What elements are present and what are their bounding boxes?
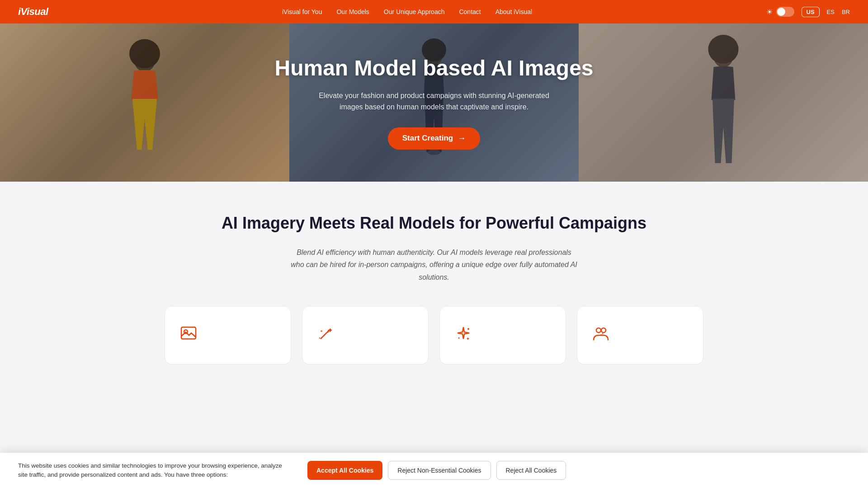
ai-section: AI Imagery Meets Real Models for Powerfu… <box>0 182 868 387</box>
svg-point-12 <box>596 328 601 333</box>
nav-item-contact[interactable]: Contact <box>459 8 481 15</box>
sun-icon: ☀ <box>766 8 773 16</box>
ai-section-title: AI Imagery Meets Real Models for Powerfu… <box>54 213 814 233</box>
lang-es-button[interactable]: ES <box>827 9 835 15</box>
feature-card-3 <box>577 306 703 365</box>
cookie-message: This website uses cookies and similar te… <box>18 461 289 480</box>
people-group-icon <box>590 323 612 344</box>
nav-item-about[interactable]: About iVisual <box>495 8 532 15</box>
theme-toggle[interactable]: ☀ <box>766 7 794 17</box>
feature-card-0 <box>165 306 291 365</box>
toggle-knob <box>777 8 785 16</box>
cookie-banner: This website uses cookies and similar te… <box>0 453 868 488</box>
hero-subtitle: Elevate your fashion and product campaig… <box>307 90 561 113</box>
theme-switch[interactable] <box>776 7 794 17</box>
svg-point-10 <box>467 328 469 330</box>
reject-all-cookies-button[interactable]: Reject All Cookies <box>496 461 566 480</box>
start-creating-button[interactable]: Start Creating → <box>388 127 480 150</box>
cookie-buttons: Accept All Cookies Reject Non-Essential … <box>307 461 566 480</box>
feature-card-2 <box>439 306 566 365</box>
hero-section: Human Model based AI Images Elevate your… <box>0 23 868 182</box>
reject-non-essential-button[interactable]: Reject Non-Essential Cookies <box>388 461 491 480</box>
lang-us-button[interactable]: US <box>802 7 820 17</box>
image-icon <box>178 323 199 344</box>
cta-arrow-icon: → <box>458 134 466 143</box>
nav-item-ivisual-for-you[interactable]: iVisual for You <box>282 8 322 15</box>
logo[interactable]: iVisual <box>18 6 48 18</box>
accept-all-cookies-button[interactable]: Accept All Cookies <box>307 461 382 480</box>
feature-cards-grid <box>54 306 814 365</box>
hero-overlay: Human Model based AI Images Elevate your… <box>0 23 868 182</box>
cta-label: Start Creating <box>402 134 453 143</box>
magic-wand-icon <box>315 323 337 344</box>
nav-item-unique-approach[interactable]: Our Unique Approach <box>384 8 445 15</box>
svg-point-11 <box>458 337 460 338</box>
nav-right: ☀ US ES BR <box>766 7 850 17</box>
feature-card-1 <box>302 306 429 365</box>
ai-section-description: Blend AI efficiency with human authentic… <box>289 246 579 283</box>
navbar: iVisual iVisual for You Our Models Our U… <box>0 0 868 23</box>
hero-title: Human Model based AI Images <box>274 56 593 80</box>
svg-rect-7 <box>181 327 196 339</box>
svg-point-13 <box>601 328 606 333</box>
lang-br-button[interactable]: BR <box>842 9 850 15</box>
nav-item-our-models[interactable]: Our Models <box>336 8 369 15</box>
sparkle-star-icon <box>453 323 474 344</box>
